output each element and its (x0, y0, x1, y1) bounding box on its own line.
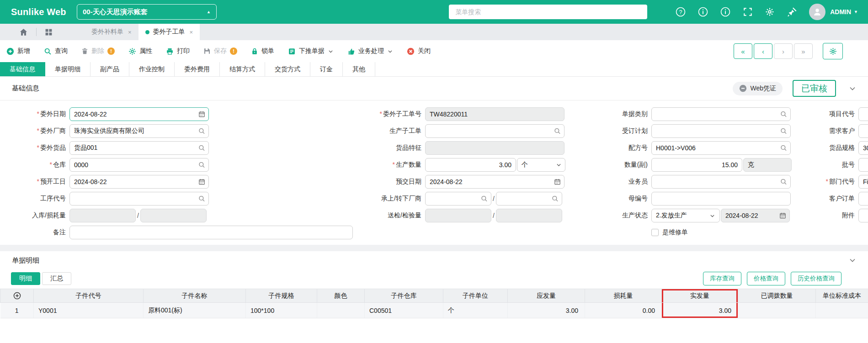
fullscreen-icon[interactable] (743, 7, 753, 17)
cell-8[interactable]: 0.00 (585, 303, 662, 318)
production-qty-field[interactable] (425, 158, 516, 172)
search-icon[interactable] (780, 111, 787, 118)
attachment-field[interactable] (858, 209, 868, 222)
close-tab-icon[interactable]: × (190, 29, 193, 36)
user-avatar[interactable] (809, 4, 825, 20)
cell-10[interactable] (738, 303, 816, 318)
outsource-vendor-field-value[interactable] (74, 127, 196, 135)
project-code-field[interactable] (858, 107, 868, 121)
table-row[interactable]: 1Y0001原料001(标)100*100C00501个3.000.003.00 (0, 303, 868, 318)
app-grid-button[interactable] (39, 24, 58, 40)
secondary-qty-field-value[interactable] (656, 161, 738, 169)
formula-no-field-value[interactable] (656, 144, 778, 152)
calendar-icon[interactable] (779, 212, 786, 219)
column-header-5[interactable]: 子件仓库 (365, 289, 443, 303)
production-sub-order-field[interactable] (425, 124, 564, 138)
web-voucher-button[interactable]: Web凭证 (733, 82, 783, 95)
item-spec-field[interactable] (858, 141, 868, 155)
about-icon[interactable] (720, 7, 730, 17)
plus-circle-icon[interactable] (13, 292, 21, 300)
tab-3[interactable]: 副产品 (91, 62, 129, 76)
cell-1[interactable]: Y0001 (34, 303, 144, 318)
up-down-vendor-first[interactable] (425, 192, 491, 206)
cell-11[interactable] (816, 303, 868, 318)
production-qty-field-value[interactable] (430, 161, 511, 169)
column-header-7[interactable]: 应发量 (508, 289, 585, 303)
menu-search-input[interactable] (454, 8, 642, 16)
outsource-date-field[interactable] (69, 107, 209, 121)
help-icon[interactable]: ? (676, 7, 686, 17)
detail-view-tab-1[interactable]: 明细 (11, 272, 40, 285)
home-button[interactable] (14, 24, 33, 40)
search-icon[interactable] (780, 179, 787, 185)
nav-first-button[interactable]: « (734, 43, 752, 59)
settings-icon[interactable] (765, 7, 774, 16)
collapse-section-button[interactable] (849, 85, 856, 92)
project-code-field-value[interactable] (863, 111, 868, 118)
business-button[interactable]: 业务处理 (347, 47, 393, 55)
toolbar-settings-button[interactable] (823, 43, 843, 59)
item-spec-field-value[interactable] (863, 144, 868, 152)
close-tab-icon[interactable]: × (128, 29, 132, 36)
search-icon[interactable] (198, 195, 205, 202)
planned-start-date-field[interactable] (69, 175, 209, 189)
up-down-vendor-second[interactable] (496, 192, 562, 206)
column-header-3[interactable]: 子件规格 (246, 289, 317, 303)
department-code-field-value[interactable] (863, 178, 868, 185)
cell-2[interactable]: 原料001(标) (144, 303, 246, 318)
properties-button[interactable]: 属性 (128, 47, 152, 55)
parent-no-field-value[interactable] (656, 195, 786, 202)
detail-view-tab-2[interactable]: 汇总 (42, 272, 71, 285)
tab-4[interactable]: 作业控制 (129, 62, 175, 76)
collapse-detail-button[interactable] (849, 257, 856, 264)
doc-tab-1[interactable]: 委外补料单× (85, 24, 138, 40)
secondary-qty-field[interactable] (651, 158, 742, 172)
push-down-button[interactable]: 下推单据 (288, 47, 334, 55)
cell-7[interactable]: 3.00 (508, 303, 585, 318)
tab-2[interactable]: 单据明细 (45, 62, 91, 76)
column-header-10[interactable]: 已调拨数量 (738, 289, 816, 303)
admin-menu[interactable]: ADMIN ▼ (830, 8, 858, 16)
column-header-2[interactable]: 子件名称 (144, 289, 246, 303)
search-icon[interactable] (198, 162, 205, 169)
order-plan-field[interactable] (651, 124, 791, 138)
outsource-item-field[interactable] (69, 141, 209, 155)
search-icon[interactable] (198, 128, 205, 135)
nav-last-button[interactable]: » (794, 43, 813, 59)
demand-customer-field[interactable] (858, 124, 868, 138)
column-header-1[interactable]: 子件代号 (34, 289, 144, 303)
formula-no-field[interactable] (651, 141, 791, 155)
column-header-4[interactable]: 颜色 (317, 289, 365, 303)
salesperson-field-value[interactable] (656, 178, 778, 185)
info-icon[interactable] (698, 7, 708, 17)
tab-6[interactable]: 结算方式 (220, 62, 265, 76)
doc-category-field[interactable] (651, 107, 791, 121)
close-button[interactable]: 关闭 (407, 47, 431, 55)
column-header-6[interactable]: 子件单位 (443, 289, 508, 303)
production-status-select[interactable]: 2.发放生产 (651, 209, 720, 222)
process-code-field[interactable] (69, 192, 209, 206)
planned-delivery-date-field-value[interactable] (430, 178, 552, 185)
search-icon[interactable] (780, 128, 787, 135)
save-button[interactable]: 保存! (203, 47, 237, 55)
tab-9[interactable]: 其他 (343, 62, 375, 76)
customer-order-field-value[interactable] (863, 195, 868, 202)
planned-delivery-date-field[interactable] (425, 175, 564, 189)
demand-customer-field-value[interactable] (863, 127, 868, 135)
department-code-field[interactable] (858, 175, 868, 189)
batch-no-field[interactable] (858, 158, 868, 172)
calendar-icon[interactable] (198, 179, 205, 185)
salesperson-field[interactable] (651, 175, 791, 189)
process-code-field-value[interactable] (74, 195, 196, 202)
warehouse-field[interactable] (69, 158, 209, 172)
doc-category-field-value[interactable] (656, 111, 778, 118)
column-header-9[interactable]: 实发量 (662, 289, 738, 303)
tab-1[interactable]: 基础信息 (0, 62, 45, 76)
calendar-icon[interactable] (554, 179, 561, 185)
query-button[interactable]: 查询 (44, 47, 68, 55)
tab-5[interactable]: 委外费用 (175, 62, 220, 76)
calendar-icon[interactable] (198, 111, 205, 118)
lock-button[interactable]: 锁单 (251, 47, 274, 55)
column-header-8[interactable]: 损耗量 (585, 289, 662, 303)
doc-tab-2[interactable]: 委外子工单× (138, 24, 200, 40)
